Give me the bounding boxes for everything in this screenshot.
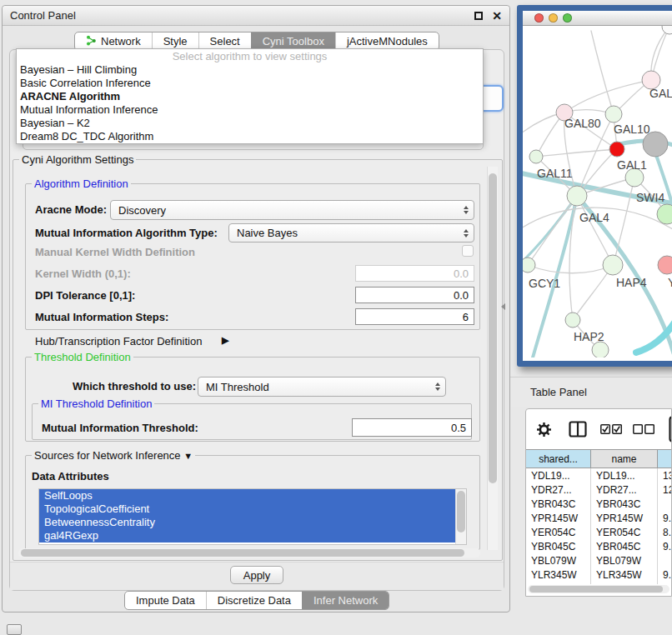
table-hscrollbar-thumb[interactable]: [529, 586, 663, 592]
zoom-traffic-light[interactable]: [563, 13, 572, 22]
column-header-name[interactable]: name: [591, 450, 658, 468]
attribute-item-topologicalcoefficient[interactable]: TopologicalCoefficient: [39, 502, 455, 516]
network-edge: [591, 31, 614, 114]
dpi-tolerance-label: DPI Tolerance [0,1]:: [35, 289, 135, 302]
gear-icon[interactable]: [536, 422, 552, 438]
dropdown-item-mutual-information-inference[interactable]: Mutual Information Inference: [17, 103, 483, 117]
dropdown-item-basic-correlation-inference[interactable]: Basic Correlation Inference: [17, 77, 483, 90]
table-row[interactable]: YBR043CYBR043C: [526, 497, 671, 511]
minimized-panel-icon[interactable]: [7, 624, 22, 635]
table-row[interactable]: YBR045CYBR045C9.: [526, 539, 671, 553]
network-edge: [528, 265, 613, 273]
tab-label: Network: [101, 35, 141, 48]
manual-kernel-label: Manual Kernel Width Definition: [35, 246, 195, 258]
float-panel-icon[interactable]: [474, 12, 483, 20]
settings-hscrollbar-thumb[interactable]: [21, 549, 464, 557]
kernel-width-field[interactable]: 0.0: [355, 265, 474, 282]
network-node-gcy1[interactable]: [523, 258, 535, 272]
mi-threshold-field[interactable]: 0.5: [352, 418, 472, 437]
network-node-node-bottom[interactable]: [592, 342, 609, 358]
network-icon: [86, 35, 97, 48]
attribute-item-selfloops[interactable]: SelfLoops: [39, 489, 455, 502]
node-label-y: Y: [668, 276, 672, 289]
data-attributes-list[interactable]: SelfLoopsTopologicalCoefficientBetweenne…: [38, 488, 467, 545]
network-node-node-salmon[interactable]: [658, 256, 672, 274]
attribute-item-gal4rgexp[interactable]: gal4RGexp: [39, 529, 455, 542]
expand-arrow-icon[interactable]: ▶: [222, 335, 228, 346]
table-cell: YER054C: [591, 525, 658, 539]
table-row[interactable]: YPR145WYPR145W9.: [526, 511, 671, 525]
table-cell: 9.: [658, 568, 671, 582]
splitter-collapse-arrow[interactable]: [501, 303, 505, 310]
tab-impute-data[interactable]: Impute Data: [125, 592, 206, 609]
network-node-node-right-green[interactable]: [657, 204, 672, 224]
network-node-gal1[interactable]: [609, 142, 624, 157]
dropdown-item-bayesian-k2[interactable]: Bayesian – K2: [17, 117, 483, 130]
tab-network[interactable]: Network: [75, 32, 152, 50]
tab-cyni-toolbox[interactable]: Cyni Toolbox: [251, 32, 335, 50]
network-window-titlebar[interactable]: [523, 11, 672, 26]
list-scrollbar-thumb[interactable]: [457, 491, 465, 532]
table-hscrollbar[interactable]: [528, 585, 669, 593]
column-header-shared[interactable]: shared...: [526, 450, 591, 468]
close-traffic-light[interactable]: [534, 13, 544, 22]
settings-scrollbar-thumb[interactable]: [489, 173, 497, 483]
network-node-hap2[interactable]: [565, 312, 580, 328]
settings-hscrollbar[interactable]: [18, 548, 480, 558]
tab-label: Infer Network: [313, 594, 378, 607]
tab-infer-network[interactable]: Infer Network: [302, 592, 389, 609]
column-header-a[interactable]: A: [658, 450, 672, 468]
tab-style[interactable]: Style: [152, 32, 198, 50]
network-node-hap4[interactable]: [603, 255, 623, 275]
table-row[interactable]: YLR345WYLR345W9.: [526, 568, 671, 582]
minimize-traffic-light[interactable]: [549, 13, 558, 22]
table-row[interactable]: YDR27...YDR27...12: [526, 482, 671, 497]
select-all-checked-icon[interactable]: [600, 424, 622, 435]
table-cell: YLR345W: [526, 568, 591, 582]
table-row[interactable]: YDL19...YDL19...13: [526, 468, 671, 482]
dpi-tolerance-field[interactable]: 0.0: [355, 287, 474, 303]
apply-button[interactable]: Apply: [230, 566, 284, 584]
network-node-gal11[interactable]: [529, 150, 543, 163]
tab-label: Cyni Toolbox: [263, 35, 324, 48]
aracne-mode-combo[interactable]: Discovery: [110, 200, 474, 220]
attribute-item-betweennesscentrality[interactable]: BetweennessCentrality: [39, 516, 455, 529]
tab-select[interactable]: Select: [198, 32, 251, 50]
table-cell: 13: [658, 468, 671, 482]
kernel-width-label: Kernel Width (0,1):: [35, 268, 131, 280]
dropdown-item-bayesian-hill-climbing[interactable]: Bayesian – Hill Climbing: [17, 63, 483, 77]
tab-label: Discretize Data: [218, 594, 291, 607]
table-row[interactable]: YIL052CYIL052C9: [526, 582, 671, 584]
node-label-hap4: HAP4: [616, 276, 647, 289]
mi-steps-field[interactable]: 6: [355, 308, 474, 325]
dropdown-item-aracne-algorithm[interactable]: ARACNE Algorithm: [17, 90, 483, 103]
which-threshold-combo[interactable]: MI Threshold: [198, 377, 446, 397]
network-node-node-top[interactable]: [662, 26, 672, 34]
collapse-arrow-icon[interactable]: ▼: [183, 451, 193, 461]
tab-label: Style: [163, 35, 188, 48]
list-scrollbar[interactable]: [455, 489, 466, 544]
tab-discretize-data[interactable]: Discretize Data: [206, 592, 302, 609]
control-panel-titlebar[interactable]: Control Panel ✕: [3, 6, 509, 26]
document-icon[interactable]: [669, 416, 672, 442]
network-edge: [636, 322, 672, 352]
settings-scrollbar[interactable]: [487, 167, 498, 550]
table-cell: YLR345W: [591, 568, 658, 582]
control-panel-window: Control Panel ✕ NetworkStyleSelectCyni T…: [2, 5, 510, 612]
table-row[interactable]: YER054CYER054C8.: [526, 525, 671, 539]
network-node-gal4[interactable]: [567, 186, 587, 206]
combo-arrows-icon: [435, 382, 440, 391]
dropdown-item-dream8-dc-tdc-algorithm[interactable]: Dream8 DC_TDC Algorithm: [17, 130, 483, 143]
manual-kernel-checkbox[interactable]: [462, 245, 474, 257]
tab-jactivemnodules[interactable]: jActiveMNodules: [335, 32, 439, 50]
node-label-gal1: GAL1: [617, 158, 647, 172]
tab-label: jActiveMNodules: [347, 35, 428, 48]
network-canvas[interactable]: GALGAL80GAL10GAL1GAL11SWI4GAL4GCY1HAP4YH…: [523, 26, 672, 361]
table-row[interactable]: YBL079WYBL079W: [526, 553, 671, 568]
table-cell: YBL079W: [591, 553, 658, 568]
select-all-unchecked-icon[interactable]: [633, 424, 654, 435]
split-view-icon[interactable]: [569, 420, 587, 438]
mi-type-combo[interactable]: Naive Bayes: [228, 223, 474, 242]
network-node-gal10[interactable]: [605, 106, 622, 122]
close-icon[interactable]: ✕: [492, 10, 502, 22]
